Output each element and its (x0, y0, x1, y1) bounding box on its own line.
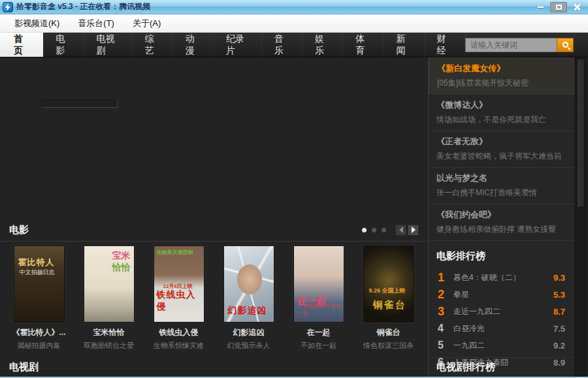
rank-title: 一九四二 (453, 340, 553, 351)
page-dot-2[interactable] (372, 228, 376, 232)
movie-card-zaiyiqi[interactable]: 在一起 一句话爱你 不如在一起 在一起 不如在一起 (284, 245, 353, 351)
rank-score: 8.7 (553, 307, 565, 317)
maximize-button[interactable] (550, 2, 567, 12)
rank-title: 白昼冷光 (453, 323, 553, 334)
movie-list: 霍比特人 中文拍摄日志 《霍比特人》... 揭秘拍摄内幕 宝米 恰恰 宝米恰恰 … (0, 242, 428, 351)
scrollbar-track[interactable] (575, 57, 587, 377)
ranking-row[interactable]: 3 走近一九四二 8.7 (429, 303, 574, 320)
tab-entertainment[interactable]: 娱乐 (302, 33, 343, 57)
rank-score: 7.5 (553, 324, 565, 334)
movie-subtitle: 双胞胎错位之爱 (84, 341, 134, 351)
app-logo-icon (3, 2, 13, 12)
movie-poster[interactable]: 在一起 一句话爱你 不如在一起 (293, 245, 344, 323)
movie-card-hobbit[interactable]: 霍比特人 中文拍摄日志 《霍比特人》... 揭秘拍摄内幕 (4, 245, 74, 351)
tab-documentary[interactable]: 纪录片 (214, 33, 262, 57)
news-subtitle: 情场如战场，不是你死就是我亡 (436, 114, 566, 125)
menu-video-channel[interactable]: 影视频道(K) (5, 15, 69, 32)
close-button[interactable] (568, 2, 585, 12)
news-item[interactable]: 《微博达人》 情场如战场，不是你死就是我亡 (429, 95, 574, 131)
movie-subtitle: 生物系惊悚灾难 (154, 341, 204, 351)
movie-title[interactable]: 幻影追凶 (233, 327, 265, 338)
poster-text: 一句话爱你 不如在一起 (298, 302, 344, 317)
movie-poster[interactable]: 霍比特人 中文拍摄日志 (14, 245, 65, 323)
news-item[interactable]: 《正者无敌》 美女老婆皆蛇蝎，疯子将军大难当前 (429, 131, 574, 168)
poster-text: 9.26 全国上映 (369, 287, 406, 295)
tab-sports[interactable]: 体育 (343, 33, 384, 57)
rank-score: 9.2 (553, 341, 565, 351)
chevron-left-icon (399, 227, 403, 233)
tab-news[interactable]: 新闻 (384, 33, 425, 57)
poster-text: 生物系灾难巨制 (157, 249, 193, 256)
ranking-row[interactable]: 2 拳星 5.3 (429, 286, 574, 303)
loading-placeholder (41, 99, 118, 108)
movies-pager (362, 225, 419, 236)
news-title: 《我们约会吧》 (436, 209, 566, 221)
movies-section-title: 电影 (9, 224, 29, 236)
search-input[interactable] (465, 38, 557, 52)
poster-text: 铜雀台 (373, 299, 406, 311)
tab-home[interactable]: 首页 (0, 33, 43, 57)
maximize-icon (556, 5, 562, 10)
page-dot-1[interactable] (362, 228, 367, 232)
window-title: 拾零影音盒 v5.3 - 正在收看：腾讯视频 (16, 1, 532, 12)
titlebar[interactable]: 拾零影音盒 v5.3 - 正在收看：腾讯视频 (0, 0, 588, 14)
movie-card-huanying[interactable]: 幻影追凶 幻影追凶 幻觉预示杀人 (214, 245, 284, 351)
news-subtitle: 健身教练相亲做俯卧撑 遭熟女摸臀 (436, 224, 566, 235)
scrollbar-thumb[interactable] (577, 59, 585, 208)
movie-poster[interactable]: 宝米 恰恰 (84, 245, 135, 323)
tab-variety[interactable]: 综艺 (132, 33, 172, 57)
news-item[interactable]: 《我们约会吧》 健身教练相亲做俯卧撑 遭熟女摸臀 (429, 204, 574, 241)
tab-tv-series[interactable]: 电视剧 (84, 33, 133, 57)
news-item[interactable]: 《新白发魔女传》 [05集]练霓裳揭开惊天秘密 (429, 57, 574, 95)
movie-ranking-title: 电影排行榜 (429, 247, 574, 269)
rank-number: 1 (438, 271, 453, 285)
navbar: 首页 电影 电视剧 综艺 动漫 纪录片 音乐 娱乐 体育 新闻 财经 (0, 33, 588, 57)
tab-movies[interactable]: 电影 (43, 33, 84, 57)
menubar: 影视频道(K) 音乐台(T) 关于(A) (0, 14, 588, 33)
app-window: 拾零影音盒 v5.3 - 正在收看：腾讯视频 影视频道(K) 音乐台(T) 关于… (0, 0, 588, 378)
poster-text: 宝米 (112, 250, 131, 262)
news-list: 《新白发魔女传》 [05集]练霓裳揭开惊天秘密 《微博达人》 情场如战场，不是你… (429, 57, 574, 241)
rank-number: 2 (438, 288, 453, 302)
news-title: 《新白发魔女传》 (437, 63, 566, 74)
menu-music-station[interactable]: 音乐台(T) (69, 15, 123, 32)
page-dot-3[interactable] (382, 228, 386, 232)
news-subtitle: 美女老婆皆蛇蝎，疯子将军大难当前 (436, 151, 566, 162)
close-icon (574, 4, 580, 10)
tv-section-title: 电视剧 (9, 361, 39, 373)
tab-finance[interactable]: 财经 (425, 33, 465, 57)
movie-title[interactable]: 宝米恰恰 (93, 327, 125, 338)
chevron-right-icon (412, 227, 416, 233)
movie-title[interactable]: 铜雀台 (377, 327, 400, 338)
ranking-row[interactable]: 5 一九四二 9.2 (429, 337, 574, 354)
movie-card-tongqueta[interactable]: 9.26 全国上映 铜雀台 铜雀台 情色权谋三国杀 (353, 245, 423, 351)
movie-subtitle: 不如在一起 (301, 341, 336, 351)
movie-poster[interactable]: 幻影追凶 (223, 245, 274, 323)
poster-text: 霍比特人 (18, 257, 55, 268)
tab-anime[interactable]: 动漫 (173, 33, 214, 57)
player-area (0, 57, 428, 219)
movie-card-tiexianchong[interactable]: 生物系灾难巨制 12月6日上映 铁线虫入侵 铁线虫入侵 生物系惊悚灾难 (144, 245, 214, 351)
movie-card-baomi[interactable]: 宝米 恰恰 宝米恰恰 双胞胎错位之爱 (74, 245, 144, 351)
rank-score: 9.3 (553, 273, 565, 283)
movie-title[interactable]: 铁线虫入侵 (159, 327, 199, 338)
rank-title: 暮色4：破晓（二） (453, 272, 553, 283)
news-item[interactable]: 以光与梦之名 张一白携手MIC打造唯美爱情 (429, 168, 574, 204)
movie-poster[interactable]: 9.26 全国上映 铜雀台 (363, 245, 414, 323)
ranking-row[interactable]: 4 白昼冷光 7.5 (429, 320, 574, 337)
menu-about[interactable]: 关于(A) (123, 15, 170, 32)
movies-section-header: 电影 (0, 219, 428, 241)
minimize-button[interactable] (532, 2, 549, 12)
tab-music[interactable]: 音乐 (262, 33, 302, 57)
movie-poster[interactable]: 生物系灾难巨制 12月6日上映 铁线虫入侵 (154, 245, 204, 323)
news-title: 以光与梦之名 (436, 172, 566, 184)
sidebar: 《新白发魔女传》 [05集]练霓裳揭开惊天秘密 《微博达人》 情场如战场，不是你… (429, 57, 575, 377)
search-button[interactable] (557, 38, 574, 52)
next-page-button[interactable] (408, 225, 419, 236)
prev-page-button[interactable] (395, 225, 406, 236)
movie-title[interactable]: 《霍比特人》... (12, 327, 65, 338)
poster-face-art (237, 264, 262, 294)
ranking-row[interactable]: 1 暮色4：破晓（二） 9.3 (429, 269, 574, 286)
rank-number: 4 (438, 323, 453, 334)
movie-title[interactable]: 在一起 (307, 327, 331, 338)
